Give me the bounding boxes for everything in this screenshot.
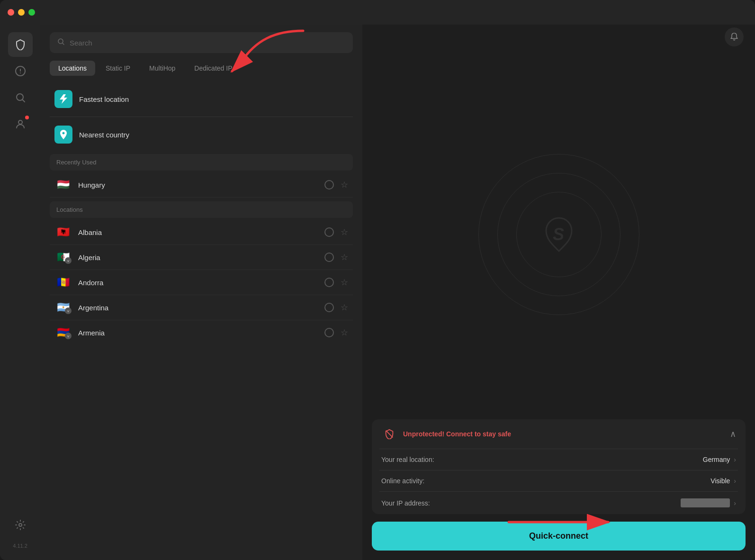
svg-text:S: S [553,225,564,244]
favorite-andorra[interactable]: ☆ [341,277,348,288]
tab-static-ip[interactable]: Static IP [97,61,139,76]
flag-albania: 🇦🇱 [54,226,72,239]
chevron-activity-icon: › [734,477,736,485]
nearest-country-item[interactable]: Nearest country [50,119,353,150]
v-badge-algeria: v [65,257,72,264]
flag-armenia: 🇦🇲 v [54,326,72,339]
section-locations: Locations [50,201,353,218]
tab-dedicated-ip[interactable]: Dedicated IP [186,61,241,76]
quick-connect-label: Quick-connect [529,531,588,541]
country-actions-argentina: ☆ [324,302,348,313]
info-row-ip[interactable]: Your IP address: ██████████ › [372,492,746,514]
radio-algeria[interactable] [324,253,334,262]
search-placeholder-text: Search [70,39,92,47]
search-input[interactable]: Search [50,32,353,53]
vpn-logo: S [538,213,580,256]
radio-andorra[interactable] [324,278,334,287]
location-panel: Search Locations Static IP MultiHop Dedi… [40,25,362,560]
svg-point-3 [19,524,22,526]
country-name-argentina: Argentina [78,304,324,312]
tab-multihop[interactable]: MultiHop [141,61,184,76]
country-row-algeria[interactable]: 🇩🇿 v Algeria ☆ [50,245,353,270]
country-row-albania[interactable]: 🇦🇱 Albania ☆ [50,220,353,244]
flag-algeria: 🇩🇿 v [54,251,72,264]
notification-button[interactable] [725,27,744,46]
tabs-bar: Locations Static IP MultiHop Dedicated I… [50,61,353,76]
ip-label: Your IP address: [381,499,681,507]
sidebar-item-account[interactable] [8,112,33,136]
right-panel: S Unprotected! Connect to stay safe [362,25,755,560]
sidebar-item-search[interactable] [8,85,33,110]
country-actions-andorra: ☆ [324,277,348,288]
svg-line-6 [386,431,393,438]
country-actions-albania: ☆ [324,227,348,237]
country-actions-armenia: ☆ [324,327,348,338]
country-row-hungary[interactable]: 🇭🇺 Hungary ☆ [50,172,353,197]
radio-armenia[interactable] [324,328,334,337]
country-name-armenia: Armenia [78,329,324,337]
tab-locations[interactable]: Locations [50,61,95,76]
radio-hungary[interactable] [324,180,334,190]
fastest-location-icon [54,90,72,108]
nearest-country-icon [54,126,72,144]
country-name-andorra: Andorra [78,279,324,287]
app-window: 4.11.2 Search Locations Sta [0,0,755,560]
account-badge [25,116,29,119]
favorite-algeria[interactable]: ☆ [341,252,348,262]
quick-connect-button[interactable]: Quick-connect [372,522,746,551]
unprotected-icon [381,426,397,442]
country-name-albania: Albania [78,228,324,236]
sidebar-item-settings[interactable] [8,513,33,537]
country-actions-algeria: ☆ [324,252,348,262]
country-row-armenia[interactable]: 🇦🇲 v Armenia ☆ [50,320,353,345]
favorite-hungary[interactable]: ☆ [341,180,348,190]
separator-1 [50,117,353,117]
ip-value-blurred: ██████████ [681,498,730,507]
chevron-location-icon: › [734,456,736,463]
fastest-location-item[interactable]: Fastest location [50,83,353,115]
main-layout: 4.11.2 Search Locations Sta [0,25,755,560]
real-location-value: Germany [703,456,730,463]
search-magnifier-icon [57,38,65,47]
online-activity-value: Visible [710,477,730,485]
info-row-location[interactable]: Your real location: Germany › [372,449,746,470]
maximize-button[interactable] [28,9,35,16]
location-list: Fastest location Nearest country Recentl… [50,83,353,552]
chevron-ip-icon: › [734,499,736,507]
country-row-andorra[interactable]: 🇦🇩 Andorra ☆ [50,270,353,295]
version-label: 4.11.2 [13,539,27,552]
info-panel: Unprotected! Connect to stay safe ∧ Your… [372,419,746,514]
country-name-hungary: Hungary [78,181,324,189]
flag-andorra: 🇦🇩 [54,276,72,289]
vpn-visual: S [362,49,755,419]
online-activity-label: Online activity: [381,477,710,485]
country-row-argentina[interactable]: 🇦🇷 v Argentina ☆ [50,295,353,320]
circle-rings: S [478,154,639,315]
sidebar-item-shield[interactable] [8,32,33,57]
chevron-up-icon: ∧ [730,429,736,439]
title-bar [0,0,755,25]
v-badge-argentina: v [65,307,72,314]
close-button[interactable] [8,9,14,16]
v-badge-armenia: v [65,333,72,339]
status-text: Unprotected! Connect to stay safe [403,430,730,438]
section-recently-used: Recently Used [50,154,353,171]
country-name-algeria: Algeria [78,253,324,262]
favorite-albania[interactable]: ☆ [341,227,348,237]
favorite-armenia[interactable]: ☆ [341,327,348,338]
flag-argentina: 🇦🇷 v [54,301,72,314]
info-row-activity[interactable]: Online activity: Visible › [372,470,746,491]
sidebar-item-alert[interactable] [8,59,33,83]
status-row[interactable]: Unprotected! Connect to stay safe ∧ [372,419,746,449]
real-location-label: Your real location: [381,456,703,463]
nearest-country-label: Nearest country [79,131,129,139]
favorite-argentina[interactable]: ☆ [341,302,348,313]
radio-argentina[interactable] [324,303,334,312]
minimize-button[interactable] [18,9,25,16]
fastest-location-label: Fastest location [79,95,129,103]
radio-albania[interactable] [324,227,334,237]
window-controls [8,9,35,16]
svg-point-2 [18,120,22,124]
row-sep-hungary [50,197,353,198]
icon-sidebar: 4.11.2 [0,25,40,560]
